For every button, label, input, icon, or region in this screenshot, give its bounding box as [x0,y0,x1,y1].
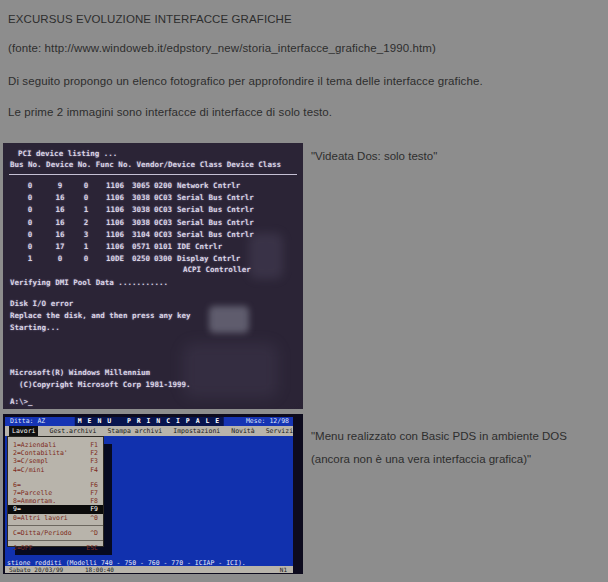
pci-cell: 0 [11,229,49,241]
menubar-item-gest-archivi: Gest.archivi [49,426,96,436]
dropdown-item-shortcut: ESC [86,544,98,552]
pci-cell: 10DE [101,253,129,265]
screen-reflection [183,343,278,398]
status-time: 18:00:40 [85,566,114,573]
pci-cell: 0C03 [153,229,173,241]
pci-table-row: 0171110605710101IDE Cntrlr [3,241,303,253]
dropdown-item-label: 4=C/mini [13,466,44,474]
pci-table-row: 0161110630380C03Serial Bus Cntrlr [3,204,303,216]
pci-table-row: 10010DE02500300Display Cntrlr [3,253,303,265]
company-label: Ditta: AZ [10,417,45,426]
page-title: EXCURSUS EVOLUZIONE INTERFACCE GRAFICHE [8,13,292,25]
dropdown-item: 6=F6 [8,481,103,489]
pci-cell: 16 [49,229,71,241]
pci-cell: 9 [49,180,71,192]
dropdown-item-label: 3=C/sempl [13,457,48,465]
dropdown-item-label: 7=Parcelle [13,489,52,497]
menubar-item-lavori: Lavori [9,426,38,436]
dropdown-item: 7=ParcelleF7 [8,489,103,497]
copyright-line: (C)Copyright Microsoft Corp 1981-1999. [19,380,191,389]
dos-prompt: A:\>_ [10,397,33,406]
dropdown-item-shortcut: F2 [90,449,98,457]
menubar-item-stampa-archivi: Stampa archivi [107,426,162,436]
dropdown-item-label: J=OFF [13,544,33,552]
status-bar: Sabato 20/03/99 18:00:40 N1 [5,566,293,573]
acpi-controller-line: ACPI Controller [183,265,251,274]
dropdown-separator [8,525,103,526]
pci-cell: 1106 [101,180,129,192]
screen-reflection [209,306,249,333]
dropdown-item-shortcut: F3 [90,457,98,465]
dropdown-item: J=OFFESC [8,544,103,552]
dropdown-item-shortcut: F1 [90,441,98,449]
pci-cell: 0101 [153,241,173,253]
menubar-item-impostazioni: Impostazioni [173,426,220,436]
pci-cell: 16 [49,192,71,204]
pci-cell: 0571 [129,241,153,253]
pci-cell: 0250 [129,253,153,265]
source-url-line: (fonte: http://www.windoweb.it/edpstory_… [8,42,436,54]
dropdown-separator [8,540,103,541]
dropdown-item-shortcut: F9 [90,505,98,513]
pci-cell: 0 [71,192,101,204]
pci-cell: 1106 [101,229,129,241]
separator-line [9,174,297,175]
pci-cell: 0300 [153,253,173,265]
pci-cell: 3038 [129,217,153,229]
pci-cell: 0 [11,204,49,216]
pci-cell: 1106 [101,192,129,204]
menubar-item-servizi: Servizi [266,426,293,436]
pci-cell: 0 [11,217,49,229]
pci-cell: 0 [71,253,101,265]
pci-cell: 3 [71,229,101,241]
pci-cell: 0C03 [153,217,173,229]
pci-cell: Serial Bus Cntrlr [177,217,254,229]
starting-line: Starting... [10,323,60,332]
pci-cell: Display Cntrlr [177,253,240,265]
pci-cell: 1106 [101,241,129,253]
pci-cell: 3065 [129,180,153,192]
pci-cell: 16 [49,204,71,216]
dropdown-item-shortcut: F4 [90,466,98,474]
status-indicator: N1 [280,566,287,573]
pci-cell: 0 [11,241,49,253]
verifying-dmi-line: Verifying DMI Pool Data ........... [10,278,168,287]
dropdown-item: C=Ditta/Periodo^D [8,529,103,537]
menu-bar: LavoriGest.archiviStampa archiviImpostaz… [5,426,293,436]
dropdown-item-selected: 9=F9 [8,505,103,513]
dropdown-item-label: 2=Contabilita' [13,449,68,457]
dropdown-item-shortcut: F6 [90,481,98,489]
basic-pds-menu-photo: Ditta: AZ M E N U P R I N C I P A L E Me… [3,414,303,574]
menu-principale-title: M E N U P R I N C I P A L E [75,417,224,426]
pci-cell: 3104 [129,229,153,241]
pci-cell: 1 [11,253,49,265]
pci-cell: IDE Cntrlr [177,241,222,253]
pci-table-row: 0160110630380C03Serial Bus Cntrlr [3,192,303,204]
dropdown-item-label: 1=Aziendali [13,441,56,449]
document-page: EXCURSUS EVOLUZIONE INTERFACCE GRAFICHE … [0,0,608,582]
pci-columns-header: Bus No. Device No. Func No. Vendor/Devic… [10,160,281,169]
dropdown-item: 1=AziendaliF1 [8,441,103,449]
pci-table-row: 0163110631040C03Serial Bus Cntrlr [3,229,303,241]
dropdown-item-label: 0=Altri lavori [13,514,68,522]
pci-cell: 0C03 [153,204,173,216]
dropdown-item-label: 9= [13,505,21,513]
dropdown-item-label: C=Ditta/Periodo [13,529,72,537]
dropdown-item: 8=Ammortam.F8 [8,497,103,505]
pci-cell: 17 [49,241,71,253]
pci-table-row: 090110630650200Network Cntrlr [3,180,303,192]
disk-error-line: Disk I/O error [10,299,73,308]
dropdown-item-label: 6= [13,481,21,489]
pci-cell: 1106 [101,204,129,216]
pci-cell: 0C03 [153,192,173,204]
month-label: Mese: 12/98 [246,417,289,426]
dropdown-item-label: 8=Ammortam. [13,497,56,505]
pci-cell: 3038 [129,204,153,216]
dos-caption: "Videata Dos: solo testo" [311,150,437,162]
dropdown-item-shortcut: F7 [90,489,98,497]
pci-table-row: 0162110630380C03Serial Bus Cntrlr [3,217,303,229]
dropdown-gap [8,474,103,481]
pci-cell: 3038 [129,192,153,204]
status-date: Sabato 20/03/99 [9,566,63,573]
menubar-item-novit: Novità [231,426,254,436]
